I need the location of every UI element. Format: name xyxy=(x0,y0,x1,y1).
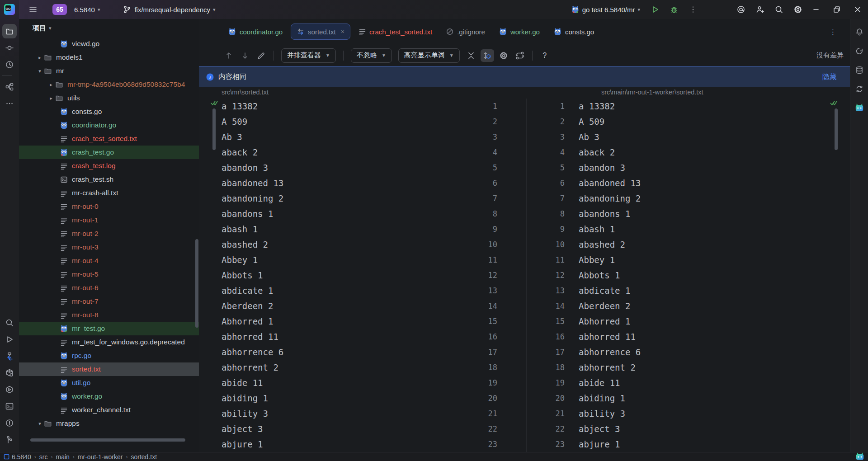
chevron-right-icon[interactable]: ▸ xyxy=(36,55,43,61)
diff-content[interactable]: a 13382A 509Ab 3aback 2abandon 3abandone… xyxy=(199,99,850,452)
close-icon[interactable] xyxy=(847,0,868,19)
tree-item-sorted-txt[interactable]: sorted.txt xyxy=(19,362,199,376)
breadcrumb-mr-out-1-worker[interactable]: mr-out-1-worker xyxy=(78,453,123,461)
breadcrumb-sorted.txt[interactable]: sorted.txt xyxy=(131,453,157,461)
edit-pencil-icon[interactable] xyxy=(255,49,268,62)
services-icon[interactable] xyxy=(2,382,17,397)
sync-scroll-icon[interactable] xyxy=(481,49,494,62)
commit-icon[interactable] xyxy=(2,41,17,55)
project-badge[interactable]: 65 xyxy=(52,4,67,15)
database-icon[interactable] xyxy=(852,63,867,77)
tree-item-mr-out-5[interactable]: mr-out-5 xyxy=(19,268,199,281)
tree-item-mr-out-1[interactable]: mr-out-1 xyxy=(19,213,199,227)
add-user-icon[interactable] xyxy=(752,3,768,16)
tree-item-utils[interactable]: ▸utils xyxy=(19,91,199,105)
packages-icon[interactable] xyxy=(2,366,17,380)
tree-item-util-go[interactable]: util.go xyxy=(19,376,199,390)
tree-item-mr-out-2[interactable]: mr-out-2 xyxy=(19,227,199,240)
run-configuration-selector[interactable]: go test 6.5840/mr▾ xyxy=(567,4,644,16)
tree-item-consts-go[interactable]: consts.go xyxy=(19,105,199,118)
tree-item-rpc-go[interactable]: rpc.go xyxy=(19,349,199,362)
tab-coordinator-go[interactable]: coordinator.go xyxy=(222,24,288,39)
tree-item-coordinator-go[interactable]: coordinator.go xyxy=(19,118,199,132)
breadcrumb-6.5840[interactable]: 6.5840 xyxy=(12,453,31,461)
search-icon[interactable] xyxy=(771,3,787,16)
assistant-bot-icon[interactable] xyxy=(855,452,864,461)
tree-item-mr-out-6[interactable]: mr-out-6 xyxy=(19,281,199,295)
tree-item-mr[interactable]: ▾mr xyxy=(19,64,199,78)
tree-item-worker-channel-txt[interactable]: worker_channel.txt xyxy=(19,403,199,417)
tab-sorted-txt[interactable]: sorted.txt× xyxy=(291,24,350,40)
tree-item-mr-out-3[interactable]: mr-out-3 xyxy=(19,240,199,254)
tree-item-mr-out-4[interactable]: mr-out-4 xyxy=(19,254,199,268)
tab-options-kebab-icon[interactable]: ⋮ xyxy=(830,28,836,36)
collapse-unchanged-icon[interactable] xyxy=(464,49,478,62)
project-selector[interactable]: 6.5840▾ xyxy=(71,4,104,15)
notifications-bell-icon[interactable] xyxy=(852,25,867,39)
main-menu-icon[interactable] xyxy=(25,3,41,16)
tree-item-mr-test-for-windows-go-deprecated[interactable]: mr_test_for_windows.go.deprecated xyxy=(19,335,199,349)
next-difference-icon[interactable] xyxy=(238,49,252,62)
tree-vertical-scrollbar[interactable] xyxy=(195,239,198,328)
breadcrumb-main[interactable]: main xyxy=(56,453,70,461)
tree-item-mr-out-8[interactable]: mr-out-8 xyxy=(19,308,199,322)
chevron-down-icon[interactable]: ▾ xyxy=(36,421,43,427)
ai-chat-icon[interactable] xyxy=(852,44,867,58)
tree-item-crash-test-go[interactable]: crash_test.go xyxy=(19,146,199,159)
minimize-icon[interactable] xyxy=(806,0,826,19)
project-panel-header[interactable]: 项目 ▾ xyxy=(19,19,199,37)
assistant-bot-icon[interactable] xyxy=(852,101,867,115)
run-icon[interactable] xyxy=(647,3,663,16)
app-logo-icon[interactable]: GO xyxy=(4,4,15,15)
chevron-right-icon[interactable]: ▸ xyxy=(47,95,55,101)
run-tool-icon[interactable] xyxy=(2,332,17,347)
dropdown-1[interactable]: 不忽略▼ xyxy=(351,48,392,63)
tree-item-mr-out-7[interactable]: mr-out-7 xyxy=(19,295,199,308)
more-tools-icon[interactable] xyxy=(2,96,17,111)
tree-item-worker-go[interactable]: worker.go xyxy=(19,390,199,403)
chevron-down-icon[interactable]: ▾ xyxy=(36,68,43,74)
problems-icon[interactable] xyxy=(2,416,17,430)
structure-icon[interactable] xyxy=(2,80,17,94)
breadcrumb-src[interactable]: src xyxy=(39,453,48,461)
at-collaborate-icon[interactable] xyxy=(733,3,749,16)
terminal-icon[interactable] xyxy=(2,399,17,414)
right-pane-scrollbar[interactable] xyxy=(835,108,838,150)
tab-consts-go[interactable]: consts.go xyxy=(548,24,599,39)
tree-item-mr-test-go[interactable]: mr_test.go xyxy=(19,322,199,335)
more-icon[interactable] xyxy=(685,3,701,16)
git-icon[interactable] xyxy=(2,433,17,447)
search-everywhere-icon[interactable] xyxy=(2,315,17,330)
dependencies-icon[interactable] xyxy=(2,349,17,363)
branch-selector[interactable]: fix/mrsequal-dependency▾ xyxy=(119,3,219,16)
tree-horizontal-scrollbar[interactable] xyxy=(30,438,185,442)
tree-item-mr-tmp-4a9504eb068d9d50832c75b4[interactable]: ▸mr-tmp-4a9504eb068d9d50832c75b4 xyxy=(19,78,199,91)
dropdown-2[interactable]: 高亮显示单词▼ xyxy=(398,48,460,63)
right-pane-text[interactable]: a 13382A 509Ab 3aback 2abandon 3abandone… xyxy=(579,99,832,452)
banner-hide-link[interactable]: 隐藏 xyxy=(822,72,836,82)
tree-item-crash-test-log[interactable]: crash_test.log xyxy=(19,159,199,173)
sync-status-icon[interactable] xyxy=(852,82,867,96)
restore-icon[interactable] xyxy=(826,0,847,19)
left-inspections-ok-icon[interactable] xyxy=(211,99,218,107)
prev-difference-icon[interactable] xyxy=(222,49,236,62)
tree-item-mr-out-0[interactable]: mr-out-0 xyxy=(19,200,199,213)
tab-worker-go[interactable]: worker.go xyxy=(493,24,545,39)
chevron-right-icon[interactable]: ▸ xyxy=(47,82,55,88)
tree-item-mrapps[interactable]: ▾mrapps xyxy=(19,417,199,430)
left-pane-text[interactable]: a 13382A 509Ab 3aback 2abandon 3abandone… xyxy=(222,99,466,452)
help-icon[interactable]: ? xyxy=(538,49,552,62)
swap-sides-icon[interactable] xyxy=(513,49,527,62)
tree-item-crash-test-sh[interactable]: crash_test.sh xyxy=(19,173,199,186)
tab-close-icon[interactable]: × xyxy=(341,28,344,35)
tree-item-mr-crash-all-txt[interactable]: mr-crash-all.txt xyxy=(19,186,199,200)
diff-settings-icon[interactable] xyxy=(497,49,510,62)
debug-icon[interactable] xyxy=(666,3,682,16)
tree-item-models1[interactable]: ▸models1 xyxy=(19,51,199,64)
project-folder-icon[interactable] xyxy=(2,24,17,38)
tree-item-crach-test-sorted-txt[interactable]: crach_test_sorted.txt xyxy=(19,132,199,146)
tab-crach-test-sorted-txt[interactable]: crach_test_sorted.txt xyxy=(353,24,438,39)
left-pane-scrollbar[interactable] xyxy=(212,108,216,150)
tree-item-viewd-go[interactable]: viewd.go xyxy=(19,37,199,51)
tab--gitignore[interactable]: .gitignore xyxy=(440,24,491,39)
